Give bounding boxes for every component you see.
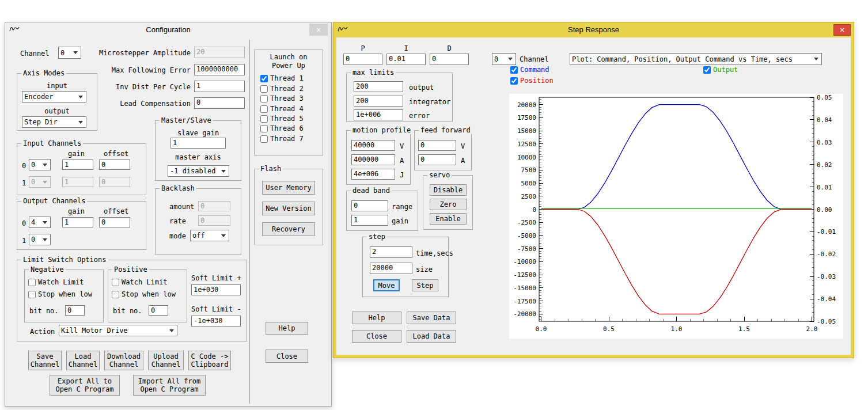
input-channel-1-offset-input[interactable]: 0 [99, 177, 130, 187]
slave-gain-input[interactable]: 1 [170, 138, 226, 149]
microstepper-amplitude-input[interactable]: 20 [194, 47, 245, 58]
thread-4-checkbox[interactable]: Thread 4 [260, 105, 304, 113]
servo-enable-button[interactable]: Enable [430, 213, 467, 225]
thread-5-checkbox[interactable]: Thread 5 [260, 115, 304, 123]
dead-band-gain-input[interactable]: 1 [351, 215, 388, 226]
positive-bit-no-input[interactable]: 0 [149, 305, 168, 316]
export-all-button[interactable]: Export All to Open C Program [50, 375, 120, 396]
input-mode-select[interactable]: Encoder [22, 91, 86, 102]
checkbox-box[interactable] [260, 115, 268, 123]
input-channel-1-gain-input[interactable]: 1 [62, 177, 93, 187]
dead-band-range-input[interactable]: 0 [351, 200, 388, 211]
close-button[interactable]: Close [352, 330, 401, 343]
load-channel-button[interactable]: Load Channel [66, 351, 100, 370]
servo-zero-button[interactable]: Zero [430, 199, 467, 210]
p-gain-input[interactable]: 0 [343, 54, 382, 65]
positive-stop-when-low-checkbox[interactable]: Stop when low [112, 290, 176, 298]
positive-watch-limit-checkbox[interactable]: Watch Limit [112, 278, 167, 286]
save-data-button[interactable]: Save Data [407, 312, 456, 324]
input-channel-0-gain-input[interactable]: 1 [62, 160, 93, 170]
output-channel-0-gain-input[interactable]: 1 [62, 217, 93, 227]
lead-compensation-input[interactable]: 0 [194, 97, 245, 109]
command-checkbox[interactable]: Command [510, 66, 549, 74]
checkbox-box[interactable] [112, 291, 119, 298]
thread-1-checkbox[interactable]: Thread 1 [260, 74, 304, 82]
output-channel-1-select[interactable]: 0 [29, 234, 51, 245]
output-checkbox[interactable]: Output [703, 66, 738, 74]
checkbox-box[interactable] [510, 66, 518, 74]
max-integrator-input[interactable]: 200 [354, 96, 403, 107]
feed-forward-a-input[interactable]: 0 [418, 154, 456, 165]
max-following-error-input[interactable]: 1000000000 [194, 64, 245, 75]
new-version-button[interactable]: New Version [262, 202, 315, 215]
thread-6-checkbox[interactable]: Thread 6 [260, 124, 304, 132]
step-response-titlebar[interactable]: Step Response ✕ [333, 22, 854, 37]
thread-7-checkbox[interactable]: Thread 7 [260, 135, 304, 143]
checkbox-box[interactable] [260, 75, 268, 82]
user-memory-button[interactable]: User Memory [262, 181, 315, 195]
configuration-titlebar[interactable]: Configuration × [5, 22, 331, 37]
negative-stop-when-low-checkbox[interactable]: Stop when low [28, 290, 92, 298]
recovery-button[interactable]: Recovery [262, 222, 315, 236]
close-button[interactable]: Close [266, 350, 308, 363]
chevron-down-icon [78, 96, 83, 98]
input-channel-0-offset-input[interactable]: 0 [99, 160, 130, 170]
output-mode-select[interactable]: Step Dir [22, 116, 86, 128]
checkbox-box[interactable] [703, 66, 711, 74]
move-button[interactable]: Move [373, 279, 400, 291]
checkbox-box[interactable] [28, 291, 36, 298]
thread-2-checkbox[interactable]: Thread 2 [260, 85, 304, 93]
checkbox-box[interactable] [260, 85, 268, 93]
channel-select[interactable]: 0 [492, 53, 516, 65]
close-icon[interactable]: × [309, 24, 328, 36]
upload-channel-button[interactable]: Upload Channel [148, 351, 184, 370]
input-channel-0-select[interactable]: 0 [29, 159, 51, 170]
c-code-clipboard-button[interactable]: C Code -> Clipboard [188, 351, 231, 370]
gain-header: gain [68, 207, 85, 215]
thread-3-checkbox[interactable]: Thread 3 [260, 94, 304, 102]
d-gain-input[interactable]: 0 [430, 54, 469, 65]
limit-action-select[interactable]: Kill Motor Drive [59, 325, 177, 336]
acceleration-input[interactable]: 400000 [351, 154, 395, 165]
close-icon[interactable]: ✕ [833, 24, 851, 36]
checkbox-box[interactable] [260, 105, 268, 113]
help-button[interactable]: Help [352, 312, 401, 324]
checkbox-box[interactable] [112, 279, 119, 286]
checkbox-box[interactable] [510, 77, 518, 85]
checkbox-box[interactable] [28, 279, 36, 286]
save-channel-button[interactable]: Save Channel [28, 351, 62, 370]
checkbox-box[interactable] [260, 125, 268, 132]
step-time-input[interactable]: 2 [370, 246, 412, 258]
checkbox-box[interactable] [260, 135, 268, 143]
negative-watch-limit-checkbox[interactable]: Watch Limit [28, 278, 84, 286]
servo-disable-button[interactable]: Disable [430, 184, 467, 196]
position-checkbox[interactable]: Position [510, 77, 554, 85]
max-output-input[interactable]: 200 [354, 81, 403, 92]
inv-dist-per-cycle-input[interactable]: 1 [194, 81, 245, 92]
backlash-rate-input[interactable]: 0 [198, 215, 230, 226]
master-axis-select[interactable]: -1 disabled [168, 165, 229, 177]
velocity-input[interactable]: 40000 [351, 140, 395, 151]
soft-limit-minus-input[interactable]: -1e+030 [191, 316, 241, 327]
negative-bit-no-input[interactable]: 0 [65, 305, 85, 316]
output-channel-0-offset-input[interactable]: 0 [99, 217, 130, 227]
backlash-mode-select[interactable]: off [190, 230, 229, 241]
input-channel-1-select[interactable]: 0 [29, 176, 51, 188]
feed-forward-v-input[interactable]: 0 [418, 140, 456, 151]
jerk-input[interactable]: 4e+006 [351, 169, 395, 180]
output-channel-0-select[interactable]: 4 [29, 217, 51, 228]
max-error-input[interactable]: 1e+006 [354, 109, 403, 120]
velocity-label: V [400, 142, 404, 150]
soft-limit-plus-input[interactable]: 1e+030 [191, 284, 241, 295]
checkbox-box[interactable] [260, 95, 268, 102]
help-button[interactable]: Help [266, 322, 308, 335]
plot-mode-select[interactable]: Plot: Command, Position, Output Command … [570, 53, 822, 65]
i-gain-input[interactable]: 0.01 [386, 54, 426, 65]
step-button[interactable]: Step [412, 279, 438, 291]
step-size-input[interactable]: 20000 [370, 263, 412, 274]
backlash-amount-input[interactable]: 0 [198, 201, 230, 211]
channel-select[interactable]: 0 [58, 47, 81, 59]
load-data-button[interactable]: Load Data [407, 330, 456, 343]
download-channel-button[interactable]: Download Channel [104, 351, 143, 370]
import-all-button[interactable]: Import All from Open C Program [133, 375, 206, 396]
